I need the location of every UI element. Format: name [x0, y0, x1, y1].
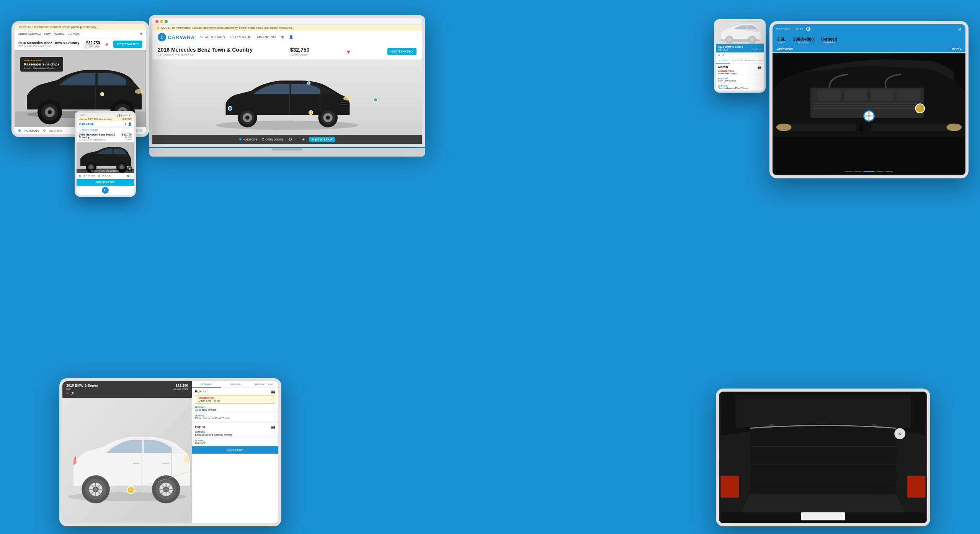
tablet-heart-icon2[interactable]: ♥	[105, 42, 108, 47]
features-phone-share-icon[interactable]: ↗	[722, 54, 724, 57]
tablet-heart-icon[interactable]: ♥	[140, 32, 142, 36]
fp-int-feature1-text: Lane departure warning system	[195, 433, 232, 436]
open-doors-btn[interactable]: OPEN DOORS	[262, 138, 283, 141]
fp-interior-feature-1[interactable]: FEATURE Lane departure warning system ›	[192, 429, 278, 438]
tablet-hotspots-dot	[18, 129, 21, 132]
features-phone-car-info: 2015 BMW S Series $35,200 25,533 mi	[716, 44, 764, 52]
tablet-nav-how[interactable]: HOW IT WORKS	[44, 33, 65, 35]
mobile-back-link[interactable]: ← Back to Results	[77, 128, 134, 132]
nav-financing[interactable]: FINANCING	[257, 35, 276, 39]
car-listing-header: 2016 Mercedes Benz Town & Country 237 Qu…	[152, 44, 422, 60]
slider-dot-4	[876, 171, 884, 172]
tablet-hotspots-label[interactable]: HOTSPOTS	[24, 129, 39, 132]
zoom-in-icon[interactable]: +	[302, 137, 305, 142]
mobile-user-icon[interactable]: 👤	[128, 122, 132, 126]
blt-share-icon[interactable]: ↗	[71, 391, 74, 395]
tablet-covid-bar: COVID-19 Information Contact delivery/pi…	[15, 24, 146, 30]
fp-interior-feature-2[interactable]: FEATURE Bluetooth ›	[192, 438, 278, 446]
svg-rect-56	[859, 124, 863, 131]
features-phone-item-3[interactable]: FEATURE *color Iridescent Pearl Tricoat …	[716, 83, 764, 91]
car-price-section: $32,750 13,890 miles	[290, 47, 310, 56]
imperfection-label: IMPERFECTION Passenger side chips Level …	[20, 57, 63, 72]
car-subtitle: 237 Quattro Premium Plus	[158, 53, 253, 56]
nav-search-cars[interactable]: SEARCH CARS	[200, 35, 225, 39]
nav-favorites-icon[interactable]: ♥	[281, 34, 284, 40]
explore-interior-label[interactable]: CLICK TO EXPLORE INTERIOR	[77, 169, 134, 173]
features-phone-car-price: $35,200	[718, 48, 728, 51]
car-title: 2016 Mercedes Benz Town & Country	[158, 47, 253, 53]
bottom-left-tablet-device: 2015 BMW S Series 528i $22,200 25,533 mi…	[59, 378, 281, 526]
mobile-doors-label[interactable]: DOORS	[102, 175, 111, 177]
blt-heart-icon[interactable]: ♥	[66, 391, 69, 395]
mobile-car-info: 2016 Mercedes Benz Town & Country 237 Qu…	[77, 132, 134, 142]
zoom-out-icon[interactable]: -	[297, 137, 298, 142]
tablet-get-started[interactable]: GET STARTED	[113, 41, 142, 48]
mobile-refresh-icon[interactable]: ↻	[127, 166, 132, 171]
tablet-hotspot[interactable]	[100, 92, 104, 96]
fp-feature1-header: FEATURE 18 in alloy wheels ›	[195, 406, 275, 411]
fp-imp-chevron: ›	[271, 397, 272, 402]
svg-point-37	[120, 165, 124, 169]
nav-sell-trade[interactable]: SELL/TRADE	[230, 35, 252, 39]
car-miles: 13,890 miles	[290, 53, 310, 56]
mobile-status-bar: COV... ▌▌▌ WiFi 🔋	[77, 113, 134, 117]
tab-exterior[interactable]: EXTERIOR	[716, 58, 730, 64]
features-phone-heart-icon[interactable]: ♥	[718, 54, 720, 57]
fp-interior-section: Interior 📷	[192, 423, 278, 429]
car-price: $32,750	[290, 47, 310, 53]
fp-int-feature1-header: FEATURE Lane departure warning system ›	[195, 431, 275, 436]
hotspots-btn[interactable]: HOTSPOTS	[239, 138, 258, 141]
blt-features-panel: EXTERIOR INTERIOR IMPERFECTIONS Exterior…	[192, 381, 278, 523]
features-phone-item3-text: *color Iridescent Pearl Tricoat	[718, 87, 748, 89]
feature-prev-btn[interactable]: ◀ PREVIOUS	[776, 48, 793, 51]
car-title-section: 2016 Mercedes Benz Town & Country 237 Qu…	[158, 47, 253, 56]
browser-close-dot	[155, 20, 158, 23]
svg-point-43	[750, 37, 755, 42]
fp-tab-interior[interactable]: INTERIOR	[221, 381, 250, 387]
fp-feature-1[interactable]: FEATURE 18 in alloy wheels ›	[192, 405, 278, 413]
feature-close-icon[interactable]: ✕	[958, 27, 962, 32]
fp-tab-imperfections[interactable]: IMPERFECTIONS	[250, 381, 278, 387]
slider-dot-2	[854, 171, 862, 172]
stat-engine: 3.6L engine	[777, 37, 786, 44]
mobile-heart-icon[interactable]: ♥	[124, 122, 126, 126]
fp-feature2-header: FEATURE Color: Iridescent Pearl Tricoat …	[195, 415, 275, 420]
features-phone-icons: ♥ ↗	[716, 52, 764, 58]
big-tablet-car-image	[773, 53, 965, 175]
get-started-button[interactable]: GET STARTED	[387, 48, 416, 55]
wishlist-icon[interactable]: ♥	[347, 49, 350, 55]
fp-imp-text: Driver side - chips	[198, 399, 220, 402]
feature-next-btn[interactable]: NEXT ▶	[952, 48, 962, 51]
blt-car-side: 2015 BMW S Series 528i $22,200 25,533 mi…	[62, 381, 192, 523]
laptop-base	[149, 148, 425, 157]
tablet-nav-support[interactable]: SUPPORT	[68, 33, 81, 35]
nav-user-icon[interactable]: 👤	[289, 35, 293, 39]
features-phone-tabs: EXTERIOR INTERIOR IMPERFECTIONS	[716, 58, 764, 64]
feature-gear-icon: ⚙	[805, 26, 811, 33]
features-phone-item-2[interactable]: FEATURE 18 in alloy wheels ›	[716, 76, 764, 83]
features-phone-item-1[interactable]: IMPERFECTION Driver side - chips ›	[716, 69, 764, 76]
tablet-interior-label[interactable]: INTERIOR	[49, 129, 62, 132]
fp-tab-exterior[interactable]: EXTERIOR	[192, 381, 220, 388]
mobile-support-link[interactable]: SUPPORT	[122, 118, 132, 120]
view-interior-button[interactable]: VIEW INTERIOR	[309, 137, 335, 142]
stat-transmission: 8-speed Transmission	[822, 37, 838, 44]
tab-interior[interactable]: INTERIOR	[730, 58, 744, 64]
mobile-covid-bar: underway. TAPTHERE about our safety SUPP…	[77, 117, 134, 121]
svg-rect-57	[871, 124, 958, 131]
tablet-nav-about[interactable]: ABOUT CARVANA	[18, 33, 41, 35]
mobile-hotspots-label[interactable]: HOTSPOTS	[83, 175, 96, 177]
fp-imperfection-highlighted[interactable]: IMPERFECTION Driver side - chips ›	[195, 395, 275, 404]
hotspot-front[interactable]	[228, 106, 232, 111]
fp-feature-2[interactable]: FEATURE Color: Iridescent Pearl Tricoat …	[192, 413, 278, 421]
mobile-get-started-button[interactable]: GET STARTED	[77, 179, 134, 186]
features-phone-car-miles: 25,533 mi	[751, 48, 761, 51]
imperfection-type: IMPERFECTION	[24, 59, 59, 62]
get-closer-button[interactable]: Get Closer	[192, 446, 278, 454]
brt-car-image: ✕	[719, 392, 927, 523]
tab-imperfections[interactable]: IMPERFECTIONS	[744, 58, 764, 64]
svg-point-41	[727, 37, 732, 42]
mobile-left-device: COV... ▌▌▌ WiFi 🔋 underway. TAPTHERE abo…	[75, 111, 136, 197]
features-phone-chevron2: ›	[761, 78, 761, 81]
mobile-refresh-button[interactable]: ↻	[102, 187, 109, 194]
